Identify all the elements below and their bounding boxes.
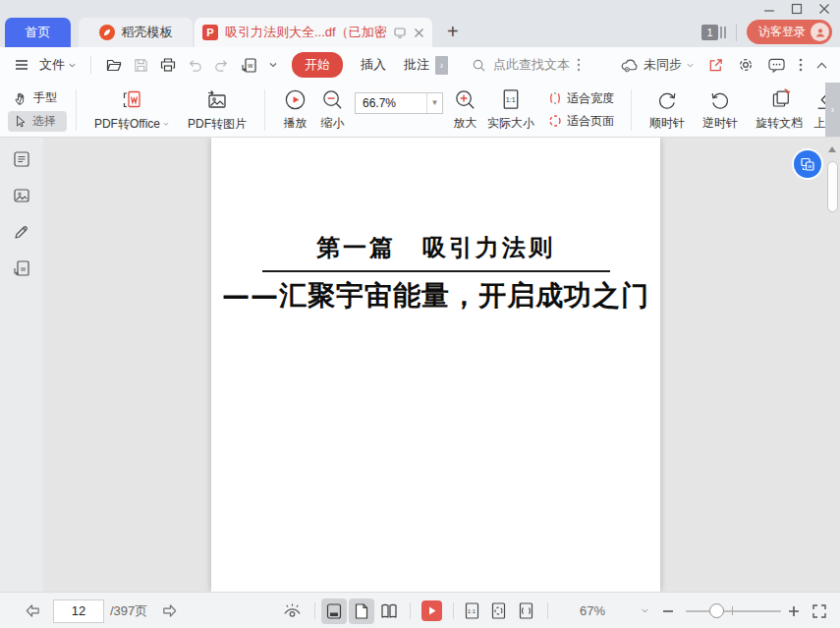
ribbon-tab-insert[interactable]: 插入 [361,56,386,74]
hand-tool-button[interactable]: 手型 [8,87,67,108]
zoom-out-button[interactable]: 缩小 [316,87,349,132]
fullscreen-icon[interactable] [812,593,827,628]
floating-convert-button[interactable]: w [794,150,821,178]
zoom-plus-button[interactable] [787,593,801,628]
rotate-counterclockwise-icon [708,88,732,112]
find-text-box[interactable]: 点此查找文本 [472,56,581,74]
ribbon-tabs-expand-button[interactable]: › [435,56,448,75]
single-page-button[interactable] [349,599,374,624]
feedback-comment-icon[interactable] [767,57,786,74]
prev-page-arrow[interactable] [24,593,42,628]
print-icon[interactable] [159,56,177,74]
minimize-icon[interactable] [763,3,775,15]
actual-size-label: 实际大小 [487,115,534,132]
fit-page-button[interactable]: 适合页面 [548,113,614,130]
actual-size-status-button[interactable]: 1:1 [464,593,480,628]
zoom-minus-button[interactable] [661,593,675,628]
pdf-to-image-label: PDF转图片 [188,116,247,133]
save-icon[interactable] [133,57,149,74]
zoom-combobox-caret[interactable]: ▼ [426,93,442,113]
file-menu-label: 文件 [39,56,65,74]
zoom-out-icon [320,87,345,112]
fit-width-label: 适合宽度 [567,90,614,107]
rotate-counterclockwise-button[interactable]: 逆时针 [694,88,747,132]
tabbar-divider [736,24,737,41]
redo-icon[interactable] [213,57,230,74]
search-more-icon[interactable] [577,58,581,72]
tab-home-label: 首页 [26,24,51,41]
eye-protection-icon[interactable] [282,593,303,628]
collapse-ribbon-icon[interactable] [815,61,828,70]
tab-document[interactable]: P 吸引力法则大全...df（已加密） [195,18,432,47]
next-page-arrow[interactable] [160,593,179,628]
ribbon-tab-start[interactable]: 开始 [292,52,343,78]
zoom-slider-track[interactable] [686,610,781,612]
zoom-slider-thumb[interactable] [709,603,724,618]
pdf-to-office-button[interactable]: PDF转Office [85,87,179,133]
toolbar-divider [264,89,265,131]
signature-pen-icon[interactable] [12,222,31,242]
guest-login-button[interactable]: 访客登录 [747,20,832,44]
toolbar-divider [631,89,632,131]
continuous-read-button[interactable] [321,599,347,624]
sync-status[interactable]: 未同步 [621,56,695,74]
tab-docer[interactable]: 稻壳模板 [79,18,193,47]
page-number-input[interactable] [53,599,104,623]
settings-gear-icon[interactable] [737,56,755,74]
export-to-word-icon[interactable]: w [240,56,258,75]
close-window-icon[interactable] [818,3,830,15]
rotate-clockwise-button[interactable]: 顺时针 [641,88,694,132]
rotate-document-button[interactable]: 旋转文档 [747,87,812,132]
toolbar-expand-button[interactable]: › [825,83,840,137]
wps-pdf-window: 首页 稻壳模板 P 吸引力法则大全...df（已加密） + 1 访客登录 [0,0,840,628]
find-text-placeholder: 点此查找文本 [493,56,570,74]
rotate-document-icon [766,87,792,112]
close-tab-icon[interactable] [414,28,424,38]
tab-home[interactable]: 首页 [5,18,71,47]
undo-icon[interactable] [187,57,203,74]
split-window-icon[interactable] [393,26,407,39]
outline-panel-icon[interactable] [12,149,31,169]
main-menu-icon[interactable] [14,57,29,73]
pdf-toolbar: 手型 选择 PDF转Office PDF转图片 播放 缩小 66.7% [0,83,840,138]
cursor-icon [13,114,28,129]
zoom-level-combobox[interactable]: 66.7% ▼ [355,92,443,114]
more-options-icon[interactable] [799,58,803,72]
share-icon[interactable] [707,57,724,74]
fit-width-status-button[interactable] [518,593,534,628]
maximize-icon[interactable] [791,3,803,15]
zoom-in-icon [453,87,477,112]
select-tool-button[interactable]: 选择 [8,111,67,132]
slideshow-play-button[interactable] [421,600,442,621]
zoom-presets-caret[interactable] [641,593,649,628]
vertical-scrollbar-thumb[interactable] [827,161,838,212]
docer-icon [99,25,115,40]
page-title: 第一篇 吸引力法则 [211,232,660,263]
fit-page-status-button[interactable] [490,593,507,628]
zoom-out-label: 缩小 [320,115,344,132]
document-view-area: w 第一篇 吸引力法则 ——汇聚宇宙能量，开启成功之门 w [0,138,840,592]
chevron-down-icon[interactable] [268,60,278,70]
avatar-icon [811,23,829,41]
svg-text:1:1: 1:1 [468,608,476,614]
image-panel-icon[interactable] [12,186,31,205]
pdf-page[interactable]: 第一篇 吸引力法则 ——汇聚宇宙能量，开启成功之门 [211,138,660,592]
fit-width-button[interactable]: 适合宽度 [548,90,614,107]
window-controls [763,3,830,15]
actual-size-button[interactable]: 1:1 实际大小 [481,87,540,132]
open-file-icon[interactable] [105,56,123,74]
ribbon-tab-comment[interactable]: 批注 [404,56,429,74]
doc-convert-panel-icon[interactable]: w [12,258,31,278]
scrollbar-up-arrow[interactable] [828,146,836,152]
two-page-button[interactable] [376,599,402,624]
pdf-to-image-button[interactable]: PDF转图片 [179,87,255,133]
new-tab-button[interactable]: + [447,22,459,41]
play-button[interactable]: 播放 [274,87,316,132]
title-underline [262,270,610,272]
tab-list-grip-icon[interactable] [720,27,726,38]
pdf-file-icon: P [202,25,218,40]
svg-text:w: w [247,62,253,69]
zoom-in-button[interactable]: 放大 [449,87,481,132]
file-menu[interactable]: 文件 [39,56,77,74]
rotate-clockwise-label: 顺时针 [649,115,685,132]
